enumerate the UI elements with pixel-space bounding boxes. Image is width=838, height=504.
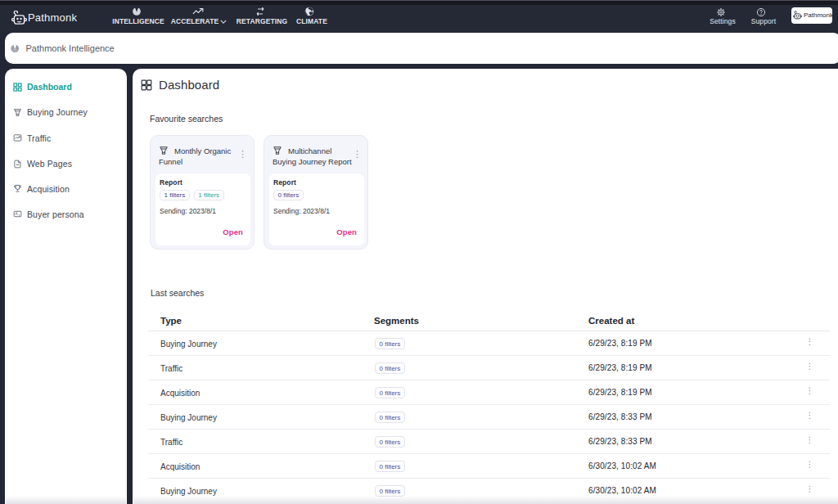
svg-text:A: A xyxy=(16,212,19,216)
